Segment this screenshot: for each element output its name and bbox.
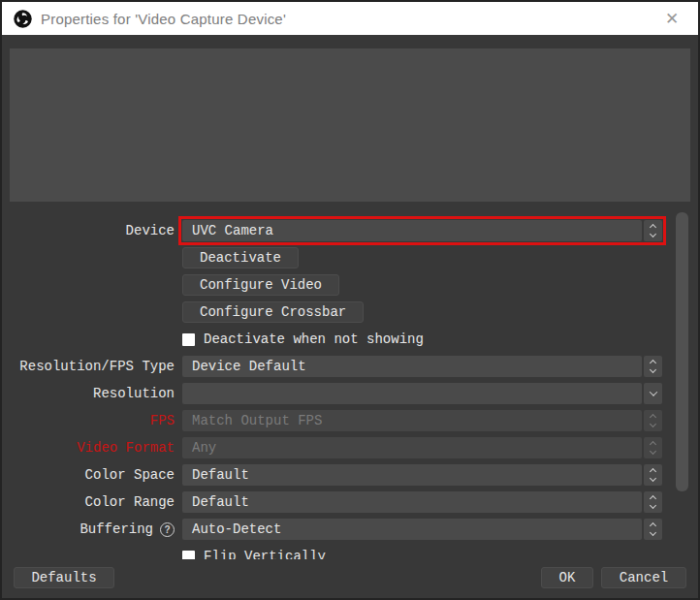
spinner-arrows-icon[interactable] <box>644 519 662 540</box>
configure-crossbar-button[interactable]: Configure Crossbar <box>182 301 364 323</box>
video-format-value: Any <box>182 437 642 458</box>
color-range-label: Color Range <box>2 494 175 510</box>
buffering-combobox[interactable]: Auto-Detect <box>182 519 662 540</box>
buffering-row: Buffering ? Auto-Detect <box>2 519 662 540</box>
spinner-arrows-icon[interactable] <box>644 220 662 241</box>
flip-vertically-label[interactable]: Flip Vertically <box>204 549 326 559</box>
help-icon[interactable]: ? <box>160 522 175 537</box>
spinner-arrows-icon[interactable] <box>644 356 662 377</box>
flip-vertically-row: Flip Vertically <box>2 546 662 559</box>
vertical-scrollbar[interactable] <box>676 212 688 491</box>
cancel-button[interactable]: Cancel <box>601 567 686 588</box>
color-range-value[interactable]: Default <box>182 491 642 513</box>
properties-form: Device UVC Camera Deactivate Configure V… <box>2 211 670 559</box>
properties-dialog: Properties for 'Video Capture Device' ✕ … <box>0 0 700 600</box>
footer-bar: Defaults OK Cancel <box>2 567 698 588</box>
color-range-row: Color Range Default <box>2 491 662 513</box>
defaults-button[interactable]: Defaults <box>14 567 114 588</box>
deactivate-when-not-showing-row: Deactivate when not showing <box>2 329 662 350</box>
resolution-value[interactable] <box>182 383 642 404</box>
title-bar: Properties for 'Video Capture Device' ✕ <box>2 2 698 35</box>
spinner-arrows-icon <box>644 437 662 458</box>
ok-button[interactable]: OK <box>541 567 593 588</box>
configure-video-button[interactable]: Configure Video <box>182 274 339 296</box>
spinner-arrows-icon[interactable] <box>644 464 662 486</box>
deactivate-row: Deactivate <box>2 247 662 268</box>
color-space-row: Color Space Default <box>2 464 662 486</box>
configure-crossbar-row: Configure Crossbar <box>2 301 662 323</box>
obs-logo-icon <box>14 10 32 28</box>
chevron-down-icon[interactable] <box>644 383 662 404</box>
configure-video-row: Configure Video <box>2 274 662 296</box>
device-combobox[interactable]: UVC Camera <box>182 220 662 241</box>
resolution-row: Resolution <box>2 383 662 404</box>
fps-label: FPS <box>2 413 175 428</box>
window-title: Properties for 'Video Capture Device' <box>41 11 657 27</box>
fps-row: FPS Match Output FPS <box>2 410 662 431</box>
close-icon[interactable]: ✕ <box>657 4 686 33</box>
buffering-label: Buffering ? <box>2 521 175 537</box>
resolution-combobox[interactable] <box>182 383 662 404</box>
video-format-label: Video Format <box>2 440 175 456</box>
device-combobox-value[interactable]: UVC Camera <box>182 220 642 241</box>
device-label: Device <box>2 223 175 238</box>
color-space-label: Color Space <box>2 467 175 483</box>
video-format-row: Video Format Any <box>2 437 662 458</box>
deactivate-when-not-showing-checkbox[interactable] <box>182 333 195 346</box>
resolution-label: Resolution <box>2 386 175 401</box>
video-preview-area <box>10 48 690 202</box>
deactivate-when-not-showing-label[interactable]: Deactivate when not showing <box>204 332 424 347</box>
fps-combobox: Match Output FPS <box>182 410 662 431</box>
resolution-fps-type-value[interactable]: Device Default <box>182 356 642 377</box>
color-space-combobox[interactable]: Default <box>182 464 662 486</box>
deactivate-button[interactable]: Deactivate <box>182 247 299 268</box>
spinner-arrows-icon[interactable] <box>644 491 662 513</box>
buffering-value[interactable]: Auto-Detect <box>182 519 642 540</box>
fps-value: Match Output FPS <box>182 410 642 431</box>
spinner-arrows-icon <box>644 410 662 431</box>
resolution-fps-type-combobox[interactable]: Device Default <box>182 356 662 377</box>
color-range-combobox[interactable]: Default <box>182 491 662 513</box>
resolution-fps-type-row: Resolution/FPS Type Device Default <box>2 356 662 377</box>
video-format-combobox: Any <box>182 437 662 458</box>
flip-vertically-checkbox[interactable] <box>182 551 195 560</box>
device-row: Device UVC Camera <box>2 220 662 241</box>
color-space-value[interactable]: Default <box>182 464 642 486</box>
resolution-fps-type-label: Resolution/FPS Type <box>2 359 175 374</box>
